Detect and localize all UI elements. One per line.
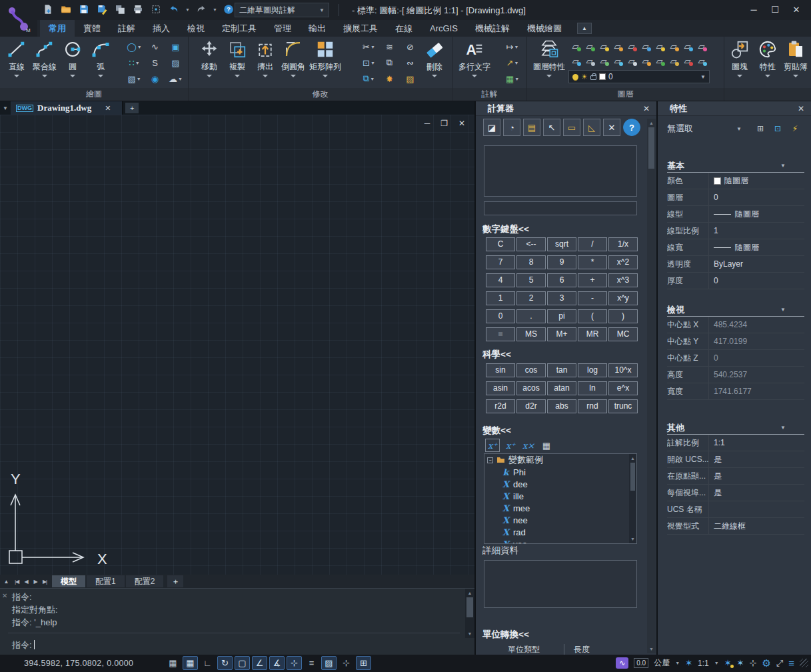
layer-tool-icon-9[interactable]: ▱ <box>694 39 708 53</box>
calc-key-xy[interactable]: x^y <box>608 291 638 305</box>
ribbon-tab-11[interactable]: 機械註解 <box>466 20 518 37</box>
measure-angle-icon[interactable]: ◺ <box>583 119 600 136</box>
layout-nav-1[interactable]: ◀ <box>21 579 31 585</box>
scroll-up-icon[interactable]: ▲ <box>465 589 474 597</box>
property-value[interactable]: 485.4234 <box>708 317 804 333</box>
layer-tool-icon-14[interactable]: ▱ <box>624 54 638 67</box>
calc-key-MS[interactable]: MS <box>516 327 546 341</box>
dimension-icon[interactable]: ↦▼ <box>500 39 524 54</box>
property-value[interactable]: 是 <box>708 485 804 501</box>
layerprops-button[interactable]: 圖層特性 <box>531 38 567 87</box>
variable-row-Phi[interactable]: kPhi <box>484 466 636 478</box>
chevron-down-icon[interactable]: ▼ <box>675 661 680 665</box>
clear-icon[interactable]: ◪ <box>483 119 500 136</box>
property-value[interactable]: 隨圖層 <box>708 173 804 189</box>
drawing-close-button[interactable]: ✕ <box>458 119 465 128</box>
scroll-down-icon[interactable]: ▼ <box>629 535 636 543</box>
edit-variable-icon[interactable]: x⁺ <box>503 439 518 452</box>
paste-to-command-icon[interactable]: ▤ <box>523 119 540 136</box>
calc-key-5[interactable]: 5 <box>516 273 546 287</box>
property-value[interactable]: 是 <box>708 468 804 484</box>
section-variables[interactable]: 變數<< <box>482 425 511 437</box>
erase-button[interactable]: 刪除 <box>420 38 448 87</box>
circle-button[interactable]: 圓 <box>59 38 87 87</box>
variables-scrollbar[interactable]: ▲ ▼ <box>629 454 636 543</box>
fullscreen-icon[interactable]: ⤢ <box>776 658 783 669</box>
ribbon-tab-0[interactable]: 常用 <box>40 20 75 37</box>
layout-nav-3[interactable]: ▶| <box>40 579 49 585</box>
ribbon-tab-5[interactable]: 定制工具 <box>213 20 265 37</box>
calc-key-d2r[interactable]: d2r <box>516 399 546 413</box>
stretch-button[interactable]: 擠出 <box>251 38 279 87</box>
plot-frame-icon[interactable] <box>149 3 163 16</box>
clipboard-button[interactable]: 剪貼簿 <box>782 38 810 87</box>
polar-tracking-icon[interactable]: ↻ <box>217 656 233 670</box>
draw-order-icon[interactable]: ⧉▼ <box>359 71 379 86</box>
save-icon[interactable] <box>77 3 91 16</box>
ribbon-tab-12[interactable]: 機械繪圖 <box>518 20 570 37</box>
scrollbar-thumb[interactable] <box>630 463 635 491</box>
measure-distance-icon[interactable]: ▭ <box>563 119 580 136</box>
command-scrollbar[interactable]: ▲ ▼ <box>465 589 474 638</box>
layer-tool-icon-18[interactable]: ▱ <box>680 54 694 67</box>
tree-collapse-icon[interactable]: − <box>487 457 493 463</box>
layer-tool-icon-16[interactable]: ▱ <box>652 54 666 67</box>
new-document-button[interactable]: ＋ <box>125 103 139 113</box>
scroll-up-icon[interactable]: ▲ <box>647 119 656 127</box>
layer-tool-icon-1[interactable]: ▱ <box>582 39 596 53</box>
variable-row-dee[interactable]: Xdee <box>484 478 636 490</box>
drawing-minimize-button[interactable]: ─ <box>424 119 430 128</box>
ribbon-tab-2[interactable]: 註解 <box>109 20 144 37</box>
variables-tree[interactable]: −變數範例kPhiXdeeXilleXmeeXneeXradXvee ▲ ▼ <box>484 453 637 544</box>
panel-label-annotate[interactable]: 註解 <box>452 88 526 101</box>
maximize-button[interactable]: ☐ <box>764 0 786 19</box>
chevron-down-icon[interactable]: ▼ <box>714 661 719 665</box>
offset-icon[interactable]: ≋ <box>379 39 400 54</box>
undo-dropdown-icon[interactable]: ▼ <box>185 7 190 12</box>
calc-key-sin[interactable]: sin <box>486 363 515 377</box>
edit-hatch-icon[interactable]: ▨ <box>400 71 420 86</box>
calc-key-[interactable]: ) <box>608 309 638 323</box>
section-scientific[interactable]: 科學<< <box>482 349 511 361</box>
calc-key-M[interactable]: M+ <box>547 327 576 341</box>
calc-key-abs[interactable]: abs <box>547 399 576 413</box>
quick-properties-icon[interactable]: ⊞ <box>356 656 371 670</box>
property-value[interactable]: 0 <box>708 350 804 366</box>
add-layout-button[interactable]: ＋ <box>167 575 183 587</box>
annotation-scale-button[interactable]: 1:1 <box>698 659 709 668</box>
copy-button[interactable]: 複製 <box>223 38 251 87</box>
palette-button[interactable]: 特性 <box>754 38 782 87</box>
property-value[interactable]: 417.0199 <box>708 333 804 349</box>
lineweight-icon[interactable]: ≡ <box>304 656 319 670</box>
document-close-icon[interactable]: ✕ <box>105 104 111 113</box>
open-folder-icon[interactable] <box>59 3 73 16</box>
layer-tool-icon-7[interactable]: ▱ <box>666 39 680 53</box>
help-icon[interactable]: ? <box>222 3 235 16</box>
group-header-0[interactable]: 基本▼ <box>667 159 804 173</box>
layer-tool-icon-5[interactable]: ▱ <box>638 39 652 53</box>
property-value[interactable]: 0 <box>708 273 804 289</box>
layer-tool-icon-0[interactable]: ▱ <box>568 39 582 53</box>
calc-key-0[interactable]: 0 <box>486 309 515 323</box>
scroll-down-icon[interactable]: ▼ <box>647 645 656 653</box>
redo-icon[interactable] <box>195 3 208 16</box>
layer-tool-icon-11[interactable]: ▱ <box>582 54 596 67</box>
layout-nav-2[interactable]: ▶ <box>31 579 40 585</box>
grid-display-icon[interactable]: ▦ <box>165 656 181 670</box>
property-value[interactable]: 隨圖層 <box>708 239 804 255</box>
calc-key-7[interactable]: 7 <box>486 255 515 269</box>
command-window[interactable]: ✕ 指令:指定對角點:指令: '_help 指令: ▲ ▼ <box>0 588 474 655</box>
plot-preview-icon[interactable] <box>113 3 127 16</box>
spline-icon[interactable]: ∿ <box>145 39 165 54</box>
calc-key-r2d[interactable]: r2d <box>486 399 515 413</box>
calc-key-log[interactable]: log <box>578 363 607 377</box>
calc-key-tan[interactable]: tan <box>547 363 576 377</box>
explode-icon[interactable]: ✸ <box>379 71 400 86</box>
group-header-1[interactable]: 檢視▼ <box>667 303 804 317</box>
snap-mode-icon[interactable]: ▦ <box>183 656 198 670</box>
trim-icon[interactable]: ✂▼ <box>359 39 379 54</box>
ribbon-tab-8[interactable]: 擴展工具 <box>335 20 387 37</box>
calc-key-acos[interactable]: acos <box>516 381 546 395</box>
fillet-button[interactable]: 倒圓角 <box>279 38 307 87</box>
annotation-visibility-icon[interactable]: ✶ <box>685 658 692 668</box>
